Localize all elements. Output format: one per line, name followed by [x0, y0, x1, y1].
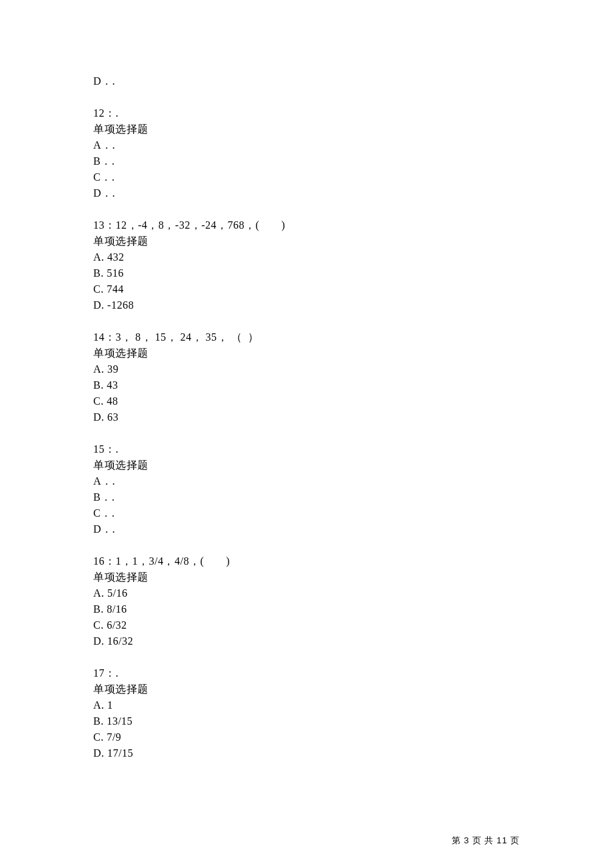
page-current: 3: [464, 835, 469, 845]
question-type: 单项选择题: [93, 345, 613, 361]
question-13: 13：12，-4，8，-32，-24，768，( ) 单项选择题 A. 432 …: [93, 217, 613, 313]
footer-suffix: 页: [508, 835, 520, 845]
question-header: 16：1，1，3/4，4/8，( ): [93, 553, 613, 569]
question-type: 单项选择题: [93, 569, 613, 585]
question-15: 15：. 单项选择题 A．. B．. C．. D．.: [93, 441, 613, 537]
option-a: A. 432: [93, 249, 613, 265]
question-14: 14：3， 8， 15， 24， 35， （ ） 单项选择题 A. 39 B. …: [93, 329, 613, 425]
option-a: A．.: [93, 137, 613, 153]
option-c: C. 744: [93, 281, 613, 297]
question-header: 14：3， 8， 15， 24， 35， （ ）: [93, 329, 613, 345]
option-b: B．.: [93, 489, 613, 505]
option-a: A. 39: [93, 361, 613, 377]
orphan-option-block: D．.: [93, 73, 613, 89]
footer-prefix: 第: [452, 835, 464, 845]
option-d: D. 17/15: [93, 745, 613, 761]
question-17: 17：. 单项选择题 A. 1 B. 13/15 C. 7/9 D. 17/15: [93, 665, 613, 761]
option-a: A．.: [93, 473, 613, 489]
page-content: D．. 12：. 单项选择题 A．. B．. C．. D．. 13：12，-4，…: [0, 0, 613, 761]
page-footer: 第 3 页 共 11 页: [452, 835, 520, 847]
question-header: 13：12，-4，8，-32，-24，768，( ): [93, 217, 613, 233]
option-a: A. 1: [93, 697, 613, 713]
option-b: B．.: [93, 153, 613, 169]
question-header: 15：.: [93, 441, 613, 457]
question-type: 单项选择题: [93, 121, 613, 137]
option-c: C．.: [93, 169, 613, 185]
option-d: D. 63: [93, 409, 613, 425]
question-type: 单项选择题: [93, 457, 613, 473]
option-d: D．.: [93, 73, 613, 89]
option-c: C. 7/9: [93, 729, 613, 745]
option-c: C. 6/32: [93, 617, 613, 633]
option-c: C. 48: [93, 393, 613, 409]
option-b: B. 516: [93, 265, 613, 281]
option-b: B. 13/15: [93, 713, 613, 729]
question-type: 单项选择题: [93, 233, 613, 249]
option-a: A. 5/16: [93, 585, 613, 601]
question-type: 单项选择题: [93, 681, 613, 697]
question-12: 12：. 单项选择题 A．. B．. C．. D．.: [93, 105, 613, 201]
option-c: C．.: [93, 505, 613, 521]
page-total: 11: [496, 835, 507, 845]
question-16: 16：1，1，3/4，4/8，( ) 单项选择题 A. 5/16 B. 8/16…: [93, 553, 613, 649]
footer-mid: 页 共: [470, 835, 497, 845]
option-b: B. 43: [93, 377, 613, 393]
option-d: D．.: [93, 185, 613, 201]
question-header: 17：.: [93, 665, 613, 681]
option-d: D. -1268: [93, 297, 613, 313]
option-d: D．.: [93, 521, 613, 537]
option-b: B. 8/16: [93, 601, 613, 617]
question-header: 12：.: [93, 105, 613, 121]
option-d: D. 16/32: [93, 633, 613, 649]
